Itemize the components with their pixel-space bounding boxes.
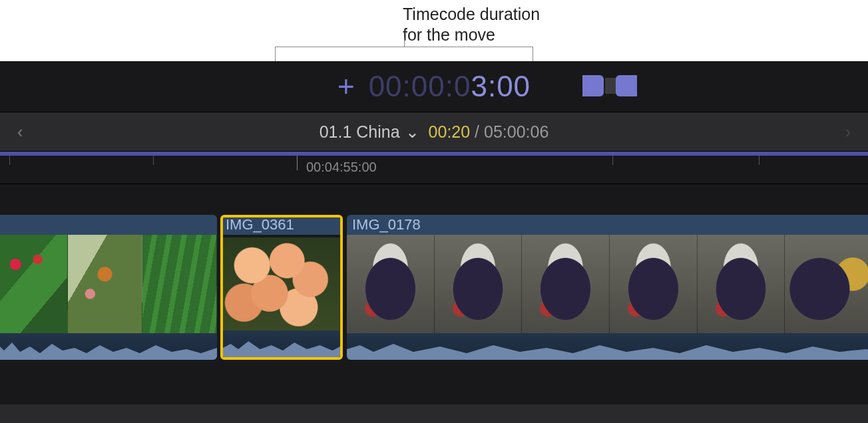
prev-project-button[interactable]: ‹ xyxy=(17,122,23,142)
timecode-bright-part: 3:00 xyxy=(471,70,531,103)
clip-audio-waveform[interactable] xyxy=(0,333,217,360)
clip-title: IMG_0178 xyxy=(347,215,868,235)
svg-rect-0 xyxy=(605,78,616,94)
clip-title xyxy=(0,215,217,235)
timeline-track[interactable]: IMG_0361 IMG_0178 xyxy=(0,215,868,388)
skimmer-snap-icon[interactable] xyxy=(581,72,638,100)
project-time-readout: 00:20 / 05:00:06 xyxy=(429,122,549,142)
timecode-dim-part: 00:00:0 xyxy=(369,70,471,103)
timeline-panel: + 00:00:03:00 ‹ 01.1 China ⌄ 00:20 xyxy=(0,61,868,423)
timecode-bar: + 00:00:03:00 xyxy=(0,61,868,112)
project-nav-bar: ‹ 01.1 China ⌄ 00:20 / 05:00:06 › xyxy=(0,112,868,152)
chevron-down-icon: ⌄ xyxy=(405,122,419,142)
clip-thumbnails xyxy=(347,235,868,333)
project-name: 01.1 China xyxy=(320,122,400,142)
timeline-footer-strip xyxy=(0,404,868,423)
clip-thumbnails xyxy=(223,237,340,331)
clip-thumbnails xyxy=(0,235,217,333)
clip-audio-waveform[interactable] xyxy=(347,333,868,360)
ruler-timecode-label: 00:04:55:00 xyxy=(306,160,377,175)
project-current-time: 00:20 xyxy=(429,122,471,141)
clip-audio-waveform[interactable] xyxy=(223,331,340,357)
clip[interactable] xyxy=(0,215,217,360)
project-title-dropdown[interactable]: 01.1 China ⌄ xyxy=(320,122,419,142)
annotation-text: Timecode duration for the move xyxy=(403,4,540,46)
timecode-plus-sign: + xyxy=(337,70,355,103)
timeline-ruler[interactable]: 00:04:55:00 xyxy=(0,156,868,184)
clip-title: IMG_0361 xyxy=(220,215,343,235)
clip-selected[interactable]: IMG_0361 xyxy=(220,215,343,360)
clip[interactable]: IMG_0178 xyxy=(347,215,868,360)
next-project-button[interactable]: › xyxy=(845,122,851,142)
project-total-time: 05:00:06 xyxy=(484,122,548,141)
timecode-display[interactable]: + 00:00:03:00 xyxy=(337,70,531,103)
